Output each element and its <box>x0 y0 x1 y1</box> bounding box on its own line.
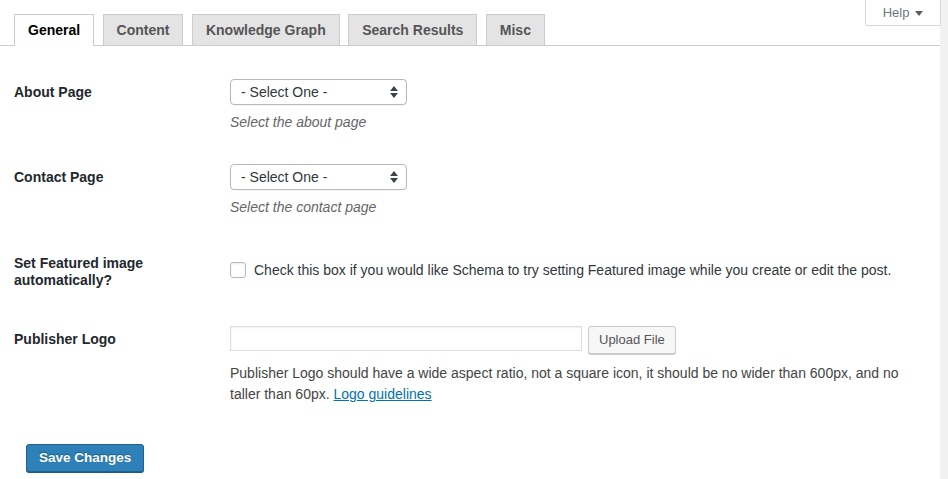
featured-image-checkbox[interactable] <box>230 262 246 278</box>
contact-page-select-value: - Select One - <box>241 169 390 185</box>
about-page-row: About Page - Select One - Select the abo… <box>14 79 948 130</box>
tab-search-results[interactable]: Search Results <box>348 14 477 45</box>
featured-image-checkbox-label: Check this box if you would like Schema … <box>254 260 891 280</box>
tab-knowledge-graph[interactable]: Knowledge Graph <box>192 14 340 45</box>
contact-page-row: Contact Page - Select One - Select the c… <box>14 164 948 215</box>
publisher-logo-description-text: Publisher Logo should have a wide aspect… <box>230 365 899 402</box>
settings-tab-bar: General Content Knowledge Graph Search R… <box>0 0 941 46</box>
upload-file-button[interactable]: Upload File <box>588 326 676 354</box>
featured-image-row: Set Featured image automatically? Check … <box>14 255 948 289</box>
about-page-select-value: - Select One - <box>241 84 390 100</box>
logo-guidelines-link[interactable]: Logo guidelines <box>334 386 432 402</box>
schema-settings-page: Help General Content Knowledge Graph Sea… <box>0 0 948 479</box>
contact-page-label: Contact Page <box>14 164 230 215</box>
publisher-logo-input[interactable] <box>230 326 582 351</box>
help-dropdown[interactable]: Help <box>865 0 941 26</box>
help-label: Help <box>883 5 910 20</box>
tab-general[interactable]: General <box>14 14 94 46</box>
general-settings-form: About Page - Select One - Select the abo… <box>0 79 948 472</box>
about-page-label: About Page <box>14 79 230 130</box>
contact-page-select[interactable]: - Select One - <box>230 164 407 190</box>
tab-content[interactable]: Content <box>103 14 184 45</box>
contact-page-description: Select the contact page <box>230 199 928 215</box>
save-changes-button[interactable]: Save Changes <box>26 444 144 472</box>
featured-image-label: Set Featured image automatically? <box>14 255 230 289</box>
tab-misc[interactable]: Misc <box>486 14 545 45</box>
publisher-logo-description: Publisher Logo should have a wide aspect… <box>230 363 928 405</box>
about-page-description: Select the about page <box>230 114 928 130</box>
select-stepper-icon <box>390 86 398 98</box>
select-stepper-icon <box>390 171 398 183</box>
publisher-logo-row: Publisher Logo Upload File Publisher Log… <box>14 326 948 405</box>
about-page-select[interactable]: - Select One - <box>230 79 407 105</box>
admin-background-gutter <box>940 0 948 479</box>
chevron-down-icon <box>915 11 923 16</box>
publisher-logo-label: Publisher Logo <box>14 326 230 405</box>
